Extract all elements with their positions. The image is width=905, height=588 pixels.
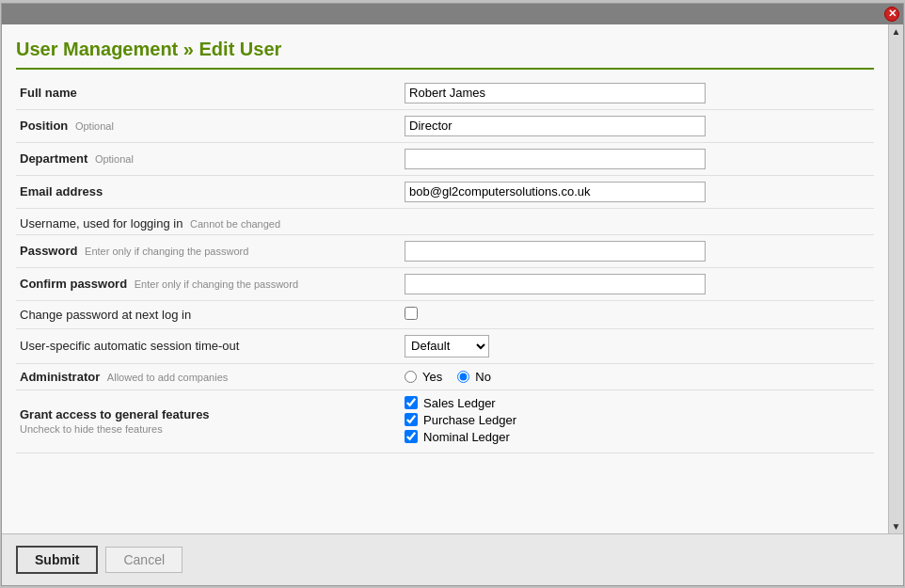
edit-user-form: Full name Position Optional (16, 77, 874, 453)
confirm-password-input[interactable] (405, 274, 706, 294)
confirm-password-label: Confirm password Enter only if changing … (16, 267, 401, 300)
purchase-ledger-label: Purchase Ledger (423, 413, 516, 427)
username-label: Username, used for logging in Cannot be … (16, 208, 874, 234)
scroll-up-arrow[interactable]: ▲ (892, 26, 901, 37)
session-timeout-select[interactable]: Default 15 minutes 30 minutes 1 hour 2 h… (405, 335, 489, 358)
grant-access-features: Sales Ledger Purchase Ledger Nominal Led… (401, 389, 874, 453)
full-name-row: Full name (16, 77, 874, 110)
email-value (401, 175, 874, 208)
administrator-row: Administrator Allowed to add companies Y… (16, 363, 874, 389)
grant-access-label: Grant access to general features Uncheck… (16, 389, 401, 453)
full-name-value (401, 77, 874, 110)
password-input[interactable] (405, 241, 706, 262)
position-input[interactable] (405, 116, 706, 136)
nominal-ledger-row: Nominal Ledger (405, 430, 870, 444)
email-input[interactable] (405, 182, 706, 202)
sales-ledger-label: Sales Ledger (423, 396, 496, 410)
full-name-input[interactable] (405, 83, 706, 103)
change-password-value (401, 300, 874, 328)
session-timeout-label: User-specific automatic session time-out (16, 328, 401, 363)
nominal-ledger-checkbox[interactable] (405, 430, 418, 443)
department-input[interactable] (405, 149, 706, 169)
administrator-label: Administrator Allowed to add companies (16, 363, 401, 389)
email-label: Email address (16, 175, 401, 208)
sales-ledger-row: Sales Ledger (405, 396, 870, 410)
close-button[interactable]: ✕ (884, 7, 899, 22)
main-window: ✕ User Management » Edit User Full name (1, 3, 904, 586)
administrator-radio-group: Yes No (405, 370, 870, 384)
department-row: Department Optional (16, 142, 874, 175)
full-name-label: Full name (16, 77, 401, 110)
position-value (401, 109, 874, 142)
main-content: User Management » Edit User Full name Po… (2, 24, 888, 533)
content-wrapper: User Management » Edit User Full name Po… (2, 24, 903, 533)
confirm-password-value (401, 267, 874, 300)
change-password-checkbox[interactable] (405, 307, 418, 320)
position-label: Position Optional (16, 109, 401, 142)
nominal-ledger-label: Nominal Ledger (423, 430, 510, 444)
submit-button[interactable]: Submit (16, 546, 98, 574)
administrator-yes-label[interactable]: Yes (405, 370, 442, 384)
administrator-yes-radio[interactable] (405, 371, 417, 383)
administrator-value: Yes No (401, 363, 874, 389)
scrollbar: ▲ ▼ (888, 24, 903, 533)
sales-ledger-checkbox[interactable] (405, 396, 418, 409)
password-value (401, 234, 874, 267)
administrator-no-label[interactable]: No (457, 370, 491, 384)
scroll-down-arrow[interactable]: ▼ (892, 521, 901, 532)
session-timeout-row: User-specific automatic session time-out… (16, 328, 874, 363)
session-timeout-value: Default 15 minutes 30 minutes 1 hour 2 h… (401, 328, 874, 363)
department-label: Department Optional (16, 142, 401, 175)
page-title: User Management » Edit User (16, 39, 874, 70)
password-label: Password Enter only if changing the pass… (16, 234, 401, 267)
purchase-ledger-checkbox[interactable] (405, 413, 418, 426)
change-password-label: Change password at next log in (16, 300, 401, 328)
department-value (401, 142, 874, 175)
email-row: Email address (16, 175, 874, 208)
position-row: Position Optional (16, 109, 874, 142)
grant-access-row: Grant access to general features Uncheck… (16, 389, 874, 453)
cancel-button[interactable]: Cancel (105, 547, 183, 573)
confirm-password-row: Confirm password Enter only if changing … (16, 267, 874, 300)
title-bar: ✕ (2, 4, 903, 24)
purchase-ledger-row: Purchase Ledger (405, 413, 870, 427)
administrator-no-radio[interactable] (457, 371, 469, 383)
username-row: Username, used for logging in Cannot be … (16, 208, 874, 234)
password-row: Password Enter only if changing the pass… (16, 234, 874, 267)
footer: Submit Cancel (2, 533, 903, 585)
change-password-row: Change password at next log in (16, 300, 874, 328)
